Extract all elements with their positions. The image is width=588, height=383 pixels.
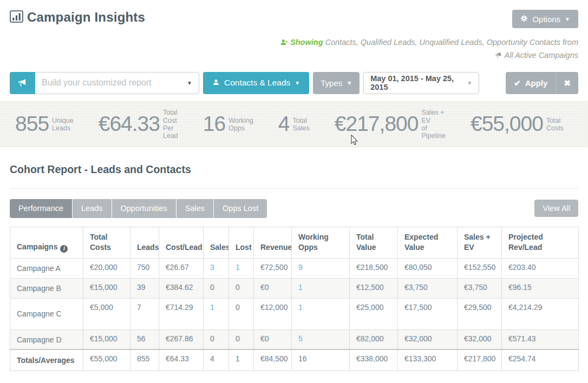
filter-criteria: Contacts, Qualified Leads, Unqualified L… [325,38,578,47]
column-header: Cost/Lead [159,227,204,258]
table-cell: €254.74 [502,349,579,371]
table-cell: €80,050 [398,258,458,278]
stat-item: 16WorkingOpps [203,112,253,136]
filter-summary-line1: ShowingContacts, Qualified Leads, Unqual… [10,37,578,50]
table-cell: 1 [229,258,254,278]
close-icon: ✖ [564,79,571,87]
tab-leads[interactable]: Leads [73,199,112,218]
campaign-name-cell: Campagne A [10,258,83,278]
table-cell: 0 [229,329,254,349]
tabs-row: PerformanceLeadsOpportunitiesSalesOpps L… [10,199,578,218]
table-cell: €203.40 [502,258,579,278]
report-toolbar: Build your customized report ▼ Contacts … [0,72,588,94]
table-cell: €17,500 [398,298,458,329]
contacts-leads-button[interactable]: Contacts & Leads ▼ [203,72,309,94]
column-header: Leads [130,227,159,258]
title-wrap: Campaign Insights [10,10,145,25]
megaphone-icon [495,51,502,63]
table-cell: €32,000 [398,329,458,349]
table-cell: 0 [204,278,229,298]
column-header: Total Value [350,227,398,258]
table-cell: 1 [229,349,254,371]
table-cell: €64.33 [159,349,204,371]
report-select-group: Build your customized report ▼ [10,72,199,94]
column-header: Lost [229,227,254,258]
showing-label: Showing [290,38,323,47]
cohort-table: CampaignsiTotal CostsLeadsCost/LeadSales… [10,227,579,371]
table-cell: €55,000 [83,349,130,371]
megaphone-icon [10,72,35,94]
cell-link[interactable]: 1 [236,263,240,272]
table-cell: €217,800 [458,349,502,371]
date-range-value: May 01, 2015 - May 25, 2015 [370,74,467,91]
gear-icon [520,15,528,23]
stat-item: €55,000TotalCosts [471,112,564,136]
cell-link[interactable]: 1 [298,283,303,292]
campaign-name-cell: Campagne B [10,278,83,298]
cell-link[interactable]: 9 [298,263,303,272]
stat-item: €217,800Sales + EVof Pipeline [335,108,446,140]
stats-bar: 855UniqueLeads€64.33Total CostPer Lead16… [0,101,588,147]
column-header: Sales [204,227,229,258]
column-header: Revenue [254,227,292,258]
stat-item: 855UniqueLeads [15,112,74,136]
table-cell: 5 [292,329,350,349]
caret-down-icon: ▼ [187,81,192,86]
stat-value: €55,000 [471,112,543,136]
types-button[interactable]: Types ▼ [313,72,360,94]
table-cell: 39 [130,278,159,298]
table-cell: €267.86 [159,329,204,349]
apply-button[interactable]: ✔ Apply [506,72,556,94]
table-row: Campagne C€5,0007€714.2910€12,0001€25,00… [10,298,579,329]
table-cell: €338,000 [350,349,398,371]
apply-button-group: ✔ Apply ✖ [506,72,578,94]
tab-opps-lost[interactable]: Opps Lost [214,199,267,218]
tab-performance[interactable]: Performance [10,199,72,218]
report-select-placeholder: Build your customized report [42,78,187,88]
stat-item: 4TotalSales [278,112,310,136]
stats-list: 855UniqueLeads€64.33Total CostPer Lead16… [15,108,588,140]
report-select[interactable]: Build your customized report ▼ [35,72,199,94]
cell-link[interactable]: 1 [210,303,214,312]
tab-sales[interactable]: Sales [177,199,213,218]
table-cell: €5,000 [83,298,130,329]
table-cell: 0 [229,278,254,298]
table-cell: 3 [204,258,229,278]
table-cell: €714.29 [159,298,204,329]
column-header: Total Costs [83,227,130,258]
campaign-name-cell: Campagne C [10,298,83,329]
table-cell: €12,000 [254,298,292,329]
table-cell: €384.62 [159,278,204,298]
stat-value: 16 [203,112,225,136]
cell-link[interactable]: 5 [298,334,303,343]
check-icon: ✔ [514,79,521,87]
cell-link[interactable]: 3 [210,263,214,272]
tab-opportunities[interactable]: Opportunities [112,199,176,218]
apply-label: Apply [525,79,548,87]
table-header-row: CampaignsiTotal CostsLeadsCost/LeadSales… [10,227,579,258]
column-header: Projected Rev/Lead [502,227,579,258]
options-button[interactable]: Options ▼ [512,10,578,28]
stat-label: UniqueLeads [52,116,74,133]
table-row: Campagne B€15,00039€384.6200€01€12,500€3… [10,278,579,298]
table-cell: €82,000 [350,329,398,349]
table-cell: €15,000 [83,329,130,349]
table-cell: 855 [130,349,159,371]
cell-link[interactable]: 1 [298,303,303,312]
table-cell: 1 [292,298,350,329]
stat-value: 855 [15,112,49,136]
date-range-input[interactable]: May 01, 2015 - May 25, 2015 ▼ [363,72,479,94]
table-cell: 0 [229,298,254,329]
bar-chart-icon [10,10,23,25]
report-tabs: PerformanceLeadsOpportunitiesSalesOpps L… [10,199,267,218]
info-icon[interactable]: i [60,245,68,253]
filter-summary: ShowingContacts, Qualified Leads, Unqual… [0,37,588,63]
table-cell: 1 [204,298,229,329]
page-title: Campaign Insights [27,10,145,25]
table-cell: €152,550 [458,258,502,278]
table-cell: €20,000 [83,258,130,278]
view-all-button[interactable]: View All [534,200,578,217]
clear-button[interactable]: ✖ [556,72,578,94]
column-header: Working Opps [292,227,350,258]
totals-row: Totals/Averages€55,000855€64.3341€84,500… [10,349,579,371]
